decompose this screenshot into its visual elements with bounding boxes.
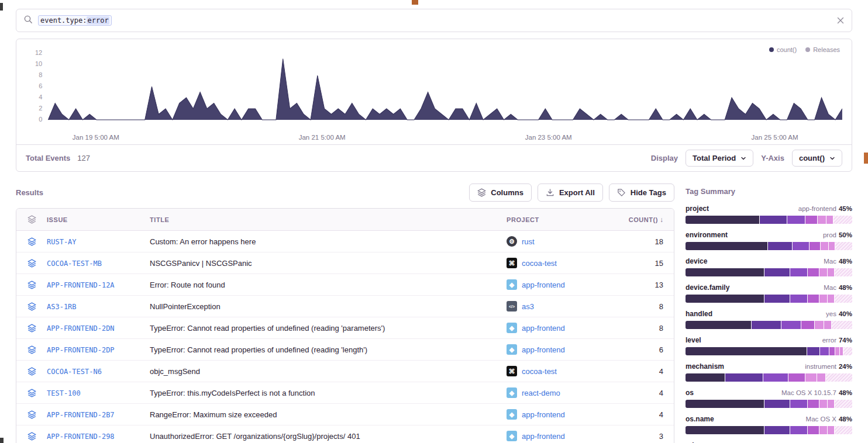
sort-desc-icon: ↓ [660, 216, 663, 224]
issue-title: TypeError: Cannot read properties of und… [150, 324, 507, 333]
issue-link[interactable]: APP-FRONTEND-298 [47, 432, 115, 441]
legend-item-count[interactable]: count() [769, 46, 797, 53]
issue-stack-icon[interactable] [16, 281, 47, 289]
results-title: Results [16, 188, 43, 197]
tag-distribution-bar[interactable] [686, 268, 852, 276]
issue-link[interactable]: COCOA-TEST-MB [47, 259, 102, 268]
hide-tags-button[interactable]: Hide Tags [609, 184, 674, 202]
tag-bar-segment [829, 347, 835, 355]
project-platform-icon: ◆ [507, 279, 517, 290]
issue-link[interactable]: RUST-AY [47, 238, 77, 246]
tag-summary-item: device.familyMac48% [686, 283, 852, 303]
tag-bar-segment [820, 347, 829, 355]
issue-stack-icon[interactable] [16, 432, 47, 441]
screen-artifact [0, 3, 3, 11]
events-area-chart[interactable]: 121086420 [21, 45, 847, 131]
issue-link[interactable]: APP-FRONTEND-2DN [47, 324, 115, 333]
y-axis-select[interactable]: count() [792, 150, 842, 167]
issue-title: TypeError: this.myCodeIsPerfect is not a… [150, 389, 507, 397]
table-row: APP-FRONTEND-2DNTypeError: Cannot read p… [16, 317, 674, 339]
project-link[interactable]: app-frontend [522, 281, 565, 289]
tag-distribution-bar[interactable] [686, 321, 852, 329]
issue-link[interactable]: COCOA-TEST-N6 [47, 368, 102, 376]
tag-name: os [686, 389, 694, 397]
tag-distribution-bar[interactable] [686, 373, 852, 382]
releases-series-dot [805, 47, 810, 52]
project-link[interactable]: app-frontend [522, 324, 565, 333]
project-platform-icon: ⌘ [507, 258, 517, 268]
display-select[interactable]: Total Period [686, 150, 753, 167]
columns-button-label: Columns [491, 188, 523, 197]
tag-bar-segment [840, 347, 843, 355]
issue-stack-icon[interactable] [16, 410, 47, 419]
tag-bar-segment [686, 373, 725, 382]
stack-column-icon [16, 215, 47, 224]
column-header-title[interactable]: TITLE [150, 216, 507, 223]
tag-bar-segment [686, 216, 759, 224]
tag-distribution-bar[interactable] [686, 216, 852, 224]
project-link[interactable]: app-frontend [522, 410, 565, 419]
tag-name: project [686, 205, 709, 213]
svg-text:4: 4 [39, 94, 42, 101]
close-icon[interactable] [836, 16, 845, 25]
tag-distribution-bar[interactable] [686, 400, 852, 408]
tag-name: device [686, 257, 707, 265]
tag-name: device.family [686, 283, 729, 292]
issue-stack-icon[interactable] [16, 237, 47, 246]
tag-name: level [686, 336, 701, 344]
table-row: RUST-AYCustom: An error happens here⚙rus… [16, 231, 674, 252]
project-link[interactable]: cocoa-test [522, 367, 557, 376]
tag-distribution-bar[interactable] [686, 242, 852, 250]
issue-link[interactable]: APP-FRONTEND-2B7 [47, 411, 115, 419]
legend-item-releases[interactable]: Releases [805, 46, 840, 53]
issue-stack-icon[interactable] [16, 389, 47, 397]
column-header-count[interactable]: COUNT()↓ [622, 216, 674, 224]
issue-link[interactable]: APP-FRONTEND-12A [47, 281, 115, 289]
tag-summary-item: handledyes40% [686, 310, 852, 329]
project-link[interactable]: rust [522, 237, 535, 246]
results-table: ISSUE TITLE PROJECT COUNT()↓ RUST-AYCust… [16, 208, 674, 443]
tag-bar-segment [725, 373, 763, 382]
tag-top-value: Mac [824, 258, 836, 265]
tag-bar-segment [790, 295, 807, 303]
count-value: 4 [622, 367, 674, 376]
tag-distribution-bar[interactable] [686, 295, 852, 303]
columns-button[interactable]: Columns [469, 184, 532, 202]
issue-link[interactable]: APP-FRONTEND-2DP [47, 346, 115, 354]
project-link[interactable]: app-frontend [522, 345, 565, 354]
project-link[interactable]: react-demo [522, 389, 560, 397]
tag-distribution-bar[interactable] [686, 347, 852, 355]
tag-top-percent: 48% [839, 258, 852, 265]
column-header-issue[interactable]: ISSUE [47, 216, 150, 223]
issue-link[interactable]: TEST-100 [47, 389, 81, 397]
issue-stack-icon[interactable] [16, 324, 47, 333]
issue-stack-icon[interactable] [16, 302, 47, 311]
search-token-value: error [87, 16, 109, 25]
issue-stack-icon[interactable] [16, 367, 47, 376]
export-all-button[interactable]: Export All [538, 184, 603, 202]
tag-bar-segment [790, 268, 807, 276]
total-events-label: Total Events [26, 154, 70, 162]
issue-link[interactable]: AS3-1RB [47, 303, 77, 311]
tag-bar-segment [686, 268, 764, 276]
tag-bar-segment [807, 347, 820, 355]
column-header-project[interactable]: PROJECT [507, 216, 622, 223]
tag-bar-segment [808, 426, 819, 434]
project-link[interactable]: app-frontend [522, 432, 565, 441]
x-axis-tick-label: Jan 19 5:00 AM [73, 134, 119, 141]
count-value: 6 [622, 345, 674, 354]
project-link[interactable]: as3 [522, 302, 534, 311]
display-selected-value: Total Period [693, 154, 736, 162]
tag-bar-segment [764, 295, 790, 303]
tag-distribution-bar[interactable] [686, 426, 852, 434]
svg-text:12: 12 [35, 50, 42, 57]
search-input[interactable]: event.type:error [16, 9, 852, 32]
tag-bar-segment [760, 216, 787, 224]
count-value: 8 [622, 302, 674, 311]
project-link[interactable]: cocoa-test [522, 259, 557, 268]
issue-stack-icon[interactable] [16, 345, 47, 354]
tag-bar-segment [819, 400, 827, 408]
issue-stack-icon[interactable] [16, 259, 47, 268]
tag-top-percent: 48% [839, 284, 852, 291]
project-platform-icon: </> [507, 301, 517, 312]
